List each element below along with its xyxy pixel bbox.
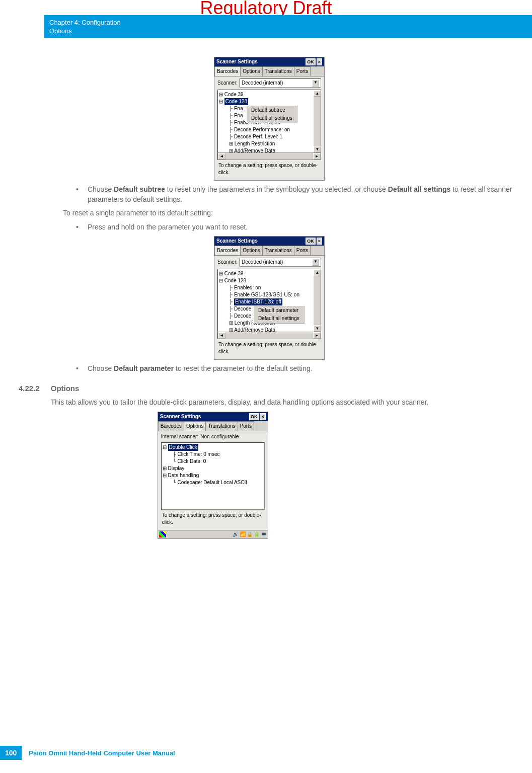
context-menu: Default parameter Default all settings xyxy=(253,305,305,324)
scroll-up-icon[interactable]: ▲ xyxy=(314,269,321,276)
tree-view[interactable]: ⊟ Double Click ├ Click Time: 0 msec └ Cl… xyxy=(161,442,265,510)
menu-default-parameter[interactable]: Default parameter xyxy=(254,306,303,315)
chevron-down-icon[interactable]: ▼ xyxy=(312,80,319,87)
section-number: 4.22.2 xyxy=(19,383,40,543)
tray-icon[interactable]: 📶 xyxy=(240,531,246,538)
scanner-combo[interactable]: Decoded (internal) ▼ xyxy=(240,258,321,267)
page-number: 100 xyxy=(0,746,22,760)
tray-icon[interactable]: 🔋 xyxy=(254,531,260,538)
tab-barcodes[interactable]: Barcodes xyxy=(214,66,241,76)
section-body: This tab allows you to tailor the double… xyxy=(51,398,522,408)
menu-default-all[interactable]: Default all settings xyxy=(247,114,296,122)
hscrollbar[interactable]: ◄► xyxy=(217,152,321,160)
tree-item[interactable]: Length Restriction xyxy=(235,141,275,146)
tree-item[interactable]: Code 39 xyxy=(224,271,244,276)
tab-translations[interactable]: Translations xyxy=(205,421,238,431)
tree-view[interactable]: ▲▼ ⊞ Code 39 ⊟ Code 128 ├ Enabled: on ├ … xyxy=(217,269,321,332)
tree-item[interactable]: Click Time: 0 msec xyxy=(178,451,220,457)
hint-text: To change a setting: press space, or dou… xyxy=(217,160,321,178)
chevron-down-icon[interactable]: ▼ xyxy=(312,259,319,266)
window-title: Scanner Settings xyxy=(216,238,258,245)
menu-default-subtree[interactable]: Default subtree xyxy=(247,106,296,114)
body-text: Choose Default parameter to reset the pa… xyxy=(88,364,313,374)
scanner-value: Decoded (internal) xyxy=(242,80,283,87)
scanner-combo[interactable]: Decoded (internal) ▼ xyxy=(240,79,321,88)
tab-options[interactable]: Options xyxy=(184,421,206,431)
footer-text: Psion Omnii Hand-Held Computer User Manu… xyxy=(29,749,175,757)
scroll-right-icon[interactable]: ► xyxy=(313,153,321,160)
ok-button[interactable]: OK xyxy=(306,58,316,65)
scroll-up-icon[interactable]: ▲ xyxy=(314,90,321,97)
tree-item[interactable]: Codepage: Default Local ASCII xyxy=(178,480,247,485)
window-titlebar: Scanner Settings OK × xyxy=(158,412,268,421)
chapter-line1: Chapter 4: Configuration xyxy=(49,19,527,27)
tray-icon[interactable]: 💻 xyxy=(261,531,267,538)
window-titlebar: Scanner Settings OK × xyxy=(214,57,324,66)
scanner-label: Scanner: xyxy=(217,259,238,266)
context-menu: Default subtree Default all settings xyxy=(246,105,297,123)
tree-item[interactable]: Add/Remove Data xyxy=(234,148,275,153)
tree-item[interactable]: Decode Performance: on xyxy=(234,127,290,132)
scroll-down-icon[interactable]: ▼ xyxy=(314,325,321,332)
tab-ports[interactable]: Ports xyxy=(294,246,311,255)
internal-scanner-label: Internal scanner: xyxy=(161,433,199,440)
tree-item[interactable]: Click Data: 0 xyxy=(178,458,206,464)
tab-ports[interactable]: Ports xyxy=(294,66,311,76)
tree-item[interactable]: Code 128 xyxy=(224,278,246,283)
screenshot-2: Scanner Settings OK × Barcodes Options T… xyxy=(214,236,325,360)
tree-item[interactable]: Add/Remove Data xyxy=(234,327,275,332)
hscrollbar[interactable]: ◄► xyxy=(217,332,321,339)
tree-item[interactable]: Enabled: on xyxy=(234,285,261,290)
scroll-left-icon[interactable]: ◄ xyxy=(218,153,225,160)
menu-default-all[interactable]: Default all settings xyxy=(254,315,303,323)
chapter-line2: Options xyxy=(49,27,527,36)
scroll-down-icon[interactable]: ▼ xyxy=(314,146,321,152)
scanner-value: Decoded (internal) xyxy=(242,259,283,266)
tray-icon[interactable]: 🔊 xyxy=(233,531,239,538)
tab-translations[interactable]: Translations xyxy=(262,246,294,255)
tray-icon[interactable]: 🔒 xyxy=(247,531,253,538)
chapter-header: Chapter 4: Configuration Options xyxy=(44,15,532,38)
tree-view[interactable]: ▲▼ ⊞ Code 39 ⊟ Code 128 ├ Ena ├ Ena Defa… xyxy=(217,90,321,153)
tab-ports[interactable]: Ports xyxy=(238,421,254,431)
screenshot-3: Scanner Settings OK × Barcodes Options T… xyxy=(158,412,268,539)
tree-item-selected[interactable]: Double Click xyxy=(168,444,198,451)
tab-options[interactable]: Options xyxy=(240,246,262,255)
tab-barcodes[interactable]: Barcodes xyxy=(214,246,241,255)
start-icon[interactable] xyxy=(159,531,166,537)
close-button[interactable]: × xyxy=(260,413,265,420)
tab-options[interactable]: Options xyxy=(240,66,262,76)
close-button[interactable]: × xyxy=(317,238,322,245)
close-button[interactable]: × xyxy=(317,58,322,65)
hint-text: To change a setting: press space, or dou… xyxy=(161,510,265,528)
scanner-label: Scanner: xyxy=(217,80,238,87)
scroll-left-icon[interactable]: ◄ xyxy=(218,332,225,339)
tabstrip: Barcodes Options Translations Ports xyxy=(158,421,268,431)
window-title: Scanner Settings xyxy=(160,413,201,420)
section-title: Options xyxy=(51,383,522,394)
tree-item[interactable]: Ena xyxy=(234,106,243,111)
tree-item[interactable]: Enable GS1-128/GS1 US: on xyxy=(234,292,299,297)
screenshot-1: Scanner Settings OK × Barcodes Options T… xyxy=(214,57,325,181)
ok-button[interactable]: OK xyxy=(249,413,259,420)
tree-item[interactable]: Ena xyxy=(234,113,243,118)
ok-button[interactable]: OK xyxy=(306,238,316,245)
bullet-icon: • xyxy=(76,185,79,204)
systray: 🔊 📶 🔒 🔋 💻 xyxy=(233,531,267,538)
taskbar: 🔊 📶 🔒 🔋 💻 xyxy=(158,530,268,538)
bullet-icon: • xyxy=(76,364,79,374)
tree-item[interactable]: Decode Perf. Level: 1 xyxy=(234,134,282,139)
page-footer: 100 Psion Omnii Hand-Held Computer User … xyxy=(0,746,175,760)
tree-item[interactable]: Display xyxy=(168,466,185,471)
tab-translations[interactable]: Translations xyxy=(262,66,294,76)
bullet-icon: • xyxy=(76,222,79,233)
window-title: Scanner Settings xyxy=(216,58,258,65)
tree-item-selected[interactable]: Enable ISBT 128: off xyxy=(234,298,282,305)
tree-item[interactable]: Code 39 xyxy=(224,92,244,97)
scroll-right-icon[interactable]: ► xyxy=(313,332,321,339)
body-text: Press and hold on the parameter you want… xyxy=(88,222,248,233)
tree-item-selected[interactable]: Code 128 xyxy=(224,98,248,105)
internal-scanner-value: Non-configurable xyxy=(200,433,239,440)
tab-barcodes[interactable]: Barcodes xyxy=(158,421,184,431)
tree-item[interactable]: Data handling xyxy=(168,473,199,478)
